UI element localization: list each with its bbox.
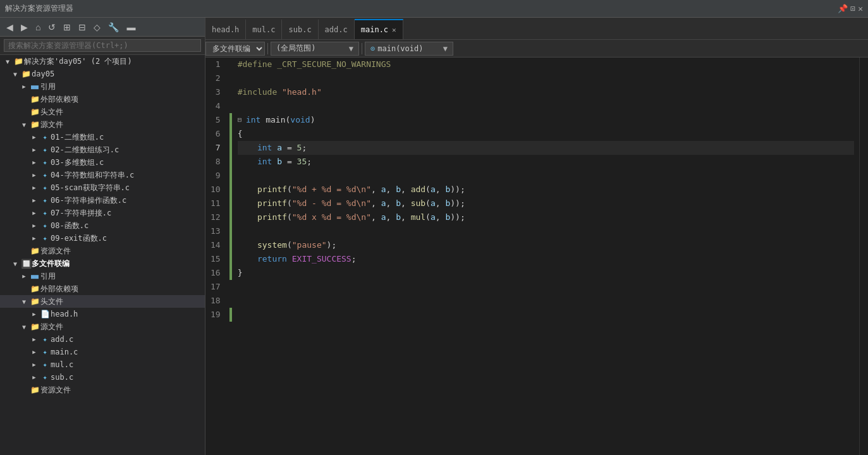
- arrow-f02: ▶: [29, 147, 39, 153]
- arrow-f01: ▶: [29, 134, 39, 140]
- refresh-button[interactable]: ↺: [46, 21, 58, 33]
- scope-selector[interactable]: (全局范围) ▼: [271, 42, 359, 56]
- sidebar-item-subc[interactable]: ▶ ✦ sub.c: [0, 371, 205, 384]
- sidebar-item-f04[interactable]: ▶ ✦ 04-字符数组和字符串.c: [0, 169, 205, 181]
- title-bar-left: 解决方案资源管理器: [5, 3, 73, 14]
- code-line-14[interactable]: system("pause");: [238, 238, 854, 252]
- expand-button[interactable]: ⊞: [61, 21, 73, 33]
- code-editor[interactable]: #define _CRT_SECURE_NO_WARNINGS#include …: [233, 58, 859, 455]
- sidebar-item-mulc[interactable]: ▶ ✦ mul.c: [0, 358, 205, 371]
- sidebar-item-f03[interactable]: ▶ ✦ 03-多维数组.c: [0, 156, 205, 169]
- sidebar-item-headh[interactable]: ▶ 📄 head.h: [0, 308, 205, 320]
- f08-icon: ✦: [39, 221, 51, 230]
- tab-add-c-label: add.c: [325, 25, 348, 34]
- arrow-mainc: ▶: [29, 349, 39, 355]
- sidebar-item-header1[interactable]: 📁 头文件: [0, 106, 205, 118]
- f03-label: 03-多维数组.c: [51, 157, 104, 168]
- code-line-15[interactable]: return EXIT_SUCCESS;: [238, 252, 854, 266]
- pin-icon[interactable]: 📌: [838, 4, 848, 13]
- code-line-10[interactable]: printf("%d + %d = %d\n", a, b, add(a, b)…: [238, 183, 854, 197]
- addc-icon: ✦: [39, 335, 51, 344]
- tab-head-h[interactable]: head.h: [205, 19, 246, 39]
- sidebar-item-day05[interactable]: ▼ 📁 day05: [0, 68, 205, 80]
- f06-icon: ✦: [39, 196, 51, 205]
- sidebar-item-res1[interactable]: 📁 资源文件: [0, 245, 205, 257]
- sidebar-item-mainc[interactable]: ▶ ✦ main.c: [0, 346, 205, 358]
- day05-icon: 📁: [20, 70, 32, 78]
- sidebar-item-ref2[interactable]: ▶ ■■ 引用: [0, 270, 205, 282]
- tab-sub-c[interactable]: sub.c: [282, 19, 318, 39]
- sidebar-item-ext2[interactable]: 📁 外部依赖项: [0, 282, 205, 295]
- code-line-13[interactable]: [238, 224, 854, 238]
- sidebar-item-src2[interactable]: ▼ 📁 源文件: [0, 320, 205, 333]
- forward-button[interactable]: ▶: [18, 21, 30, 33]
- sidebar-item-f01[interactable]: ▶ ✦ 01-二维数组.c: [0, 131, 205, 143]
- arrow-multifile: ▼: [10, 260, 20, 267]
- code-line-6[interactable]: {: [238, 127, 854, 141]
- sidebar-item-f02[interactable]: ▶ ✦ 02-二维数组练习.c: [0, 143, 205, 156]
- code-line-1[interactable]: #define _CRT_SECURE_NO_WARNINGS: [238, 58, 854, 71]
- sidebar-item-solution[interactable]: ▼ 📁 解决方案'day05' (2 个项目): [0, 55, 205, 68]
- sidebar-item-f05[interactable]: ▶ ✦ 05-scan获取字符串.c: [0, 181, 205, 194]
- code-line-7[interactable]: int a = 5;: [238, 141, 854, 155]
- title-bar-controls[interactable]: 📌 ⊡ ✕: [838, 4, 863, 13]
- arrow-mulc: ▶: [29, 361, 39, 368]
- f01-label: 01-二维数组.c: [51, 132, 104, 143]
- code-line-4[interactable]: [238, 99, 854, 113]
- res2-label: 资源文件: [40, 385, 71, 396]
- nav-selector[interactable]: ⊙ main(void) ▼: [365, 42, 453, 56]
- code-container[interactable]: 12345678910111213141516171819 #define _C…: [205, 58, 868, 455]
- sidebar-item-f06[interactable]: ▶ ✦ 06-字符串操作函数.c: [0, 194, 205, 207]
- properties-button[interactable]: 🔧: [106, 21, 121, 33]
- code-line-9[interactable]: [238, 169, 854, 183]
- mainc-icon: ✦: [39, 348, 51, 356]
- src2-label: 源文件: [40, 322, 63, 332]
- project-select[interactable]: 多文件联编: [205, 42, 265, 56]
- sidebar-item-ext1[interactable]: 📁 外部依赖项: [0, 93, 205, 106]
- headh-icon: 📄: [39, 310, 51, 318]
- sidebar-item-f08[interactable]: ▶ ✦ 08-函数.c: [0, 219, 205, 232]
- sidebar-item-ref1[interactable]: ▶ ■■ 引用: [0, 80, 205, 93]
- f06-label: 06-字符串操作函数.c: [51, 195, 126, 206]
- undock-icon[interactable]: ⊡: [850, 4, 855, 13]
- show-all-button[interactable]: ◇: [91, 21, 103, 33]
- sidebar-item-res2[interactable]: 📁 资源文件: [0, 384, 205, 396]
- sidebar-item-addc[interactable]: ▶ ✦ add.c: [0, 333, 205, 346]
- tab-main-c-label: main.c: [361, 25, 388, 34]
- back-button[interactable]: ◀: [4, 21, 16, 33]
- sidebar-item-src1[interactable]: ▼ 📁 源文件: [0, 118, 205, 131]
- code-line-16[interactable]: }: [238, 266, 854, 280]
- sidebar-item-multifile[interactable]: ▼ 🔲 多文件联编: [0, 257, 205, 270]
- solution-label: 解决方案'day05' (2 个项目): [24, 56, 132, 67]
- mulc-label: mul.c: [51, 360, 73, 369]
- sidebar-search[interactable]: 🔍: [0, 37, 205, 55]
- code-line-3[interactable]: #include "head.h": [238, 85, 854, 99]
- tab-sub-c-label: sub.c: [288, 25, 311, 34]
- collapse-button[interactable]: ⊟: [76, 21, 89, 33]
- sidebar-item-f07[interactable]: ▶ ✦ 07-字符串拼接.c: [0, 207, 205, 219]
- code-line-11[interactable]: printf("%d - %d = %d\n", a, b, sub(a, b)…: [238, 197, 854, 210]
- code-line-19[interactable]: [238, 308, 854, 322]
- code-line-12[interactable]: printf("%d x %d = %d\n", a, b, mul(a, b)…: [238, 210, 854, 224]
- sidebar-item-header2[interactable]: ▼ 📁 头文件: [0, 295, 205, 308]
- tab-mul-c[interactable]: mul.c: [246, 19, 282, 39]
- code-line-17[interactable]: [238, 280, 854, 294]
- tab-main-c[interactable]: main.c ✕: [355, 19, 403, 39]
- home-button[interactable]: ⌂: [33, 21, 43, 33]
- code-line-5[interactable]: ⊟ int main(void): [238, 113, 854, 127]
- search-input[interactable]: [4, 39, 201, 52]
- code-line-2[interactable]: [238, 71, 854, 85]
- code-line-18[interactable]: [238, 294, 854, 308]
- code-line-8[interactable]: int b = 35;: [238, 155, 854, 169]
- scope-arrow: ▼: [349, 44, 353, 53]
- scrollbar-right[interactable]: [859, 58, 868, 455]
- tab-add-c[interactable]: add.c: [319, 19, 355, 39]
- tab-main-c-close[interactable]: ✕: [392, 26, 396, 34]
- close-icon[interactable]: ✕: [858, 4, 863, 13]
- editor-toolbar: 多文件联编 (全局范围) ▼ ⊙ main(void) ▼: [205, 40, 868, 58]
- sidebar-tree: ▼ 📁 解决方案'day05' (2 个项目) ▼ 📁 day05 ▶ ■■ 引…: [0, 55, 205, 455]
- sidebar-item-f09[interactable]: ▶ ✦ 09-exit函数.c: [0, 232, 205, 245]
- f09-icon: ✦: [39, 234, 51, 243]
- toggle-button[interactable]: ▬: [124, 21, 138, 33]
- tab-mul-c-label: mul.c: [252, 25, 275, 34]
